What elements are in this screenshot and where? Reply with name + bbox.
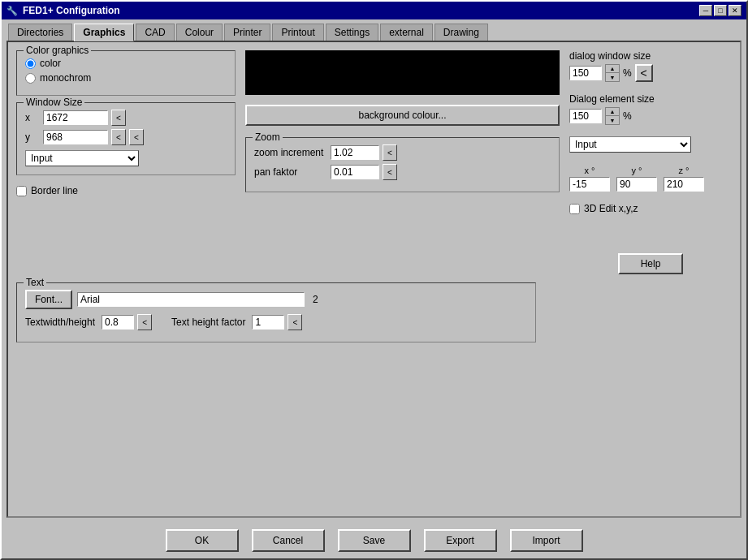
export-button[interactable]: Export — [424, 529, 497, 552]
dialog-element-size-up[interactable]: ▲ — [606, 108, 619, 116]
dialog-window-size-input[interactable] — [569, 66, 602, 80]
textheight-label: Text height factor — [171, 317, 245, 328]
dialog-window-size-up[interactable]: ▲ — [606, 65, 619, 73]
background-colour-button[interactable]: background colour... — [245, 105, 560, 126]
app-icon: 🔧 — [6, 6, 18, 16]
z-degree-field: z ° — [664, 166, 704, 192]
font-row: Font... 2 — [25, 290, 527, 309]
tab-printer[interactable]: Printer — [224, 24, 270, 41]
dialog-element-size-label: Dialog element size — [569, 93, 732, 105]
monochrom-radio-row: monochrom — [25, 72, 227, 84]
z-degree-input[interactable] — [664, 177, 704, 192]
x-field-row: x < — [25, 110, 227, 126]
main-window: 🔧 FED1+ Configuration ─ □ ✕ Directories … — [0, 0, 748, 560]
tab-colour[interactable]: Colour — [176, 24, 223, 41]
textwidth-label: Textwidth/height — [25, 317, 95, 328]
input-dropdown-section: Input — [569, 136, 732, 153]
3d-edit-checkbox[interactable] — [569, 204, 580, 214]
dialog-element-size-section: Dialog element size ▲ ▼ % — [569, 93, 732, 125]
tab-bar: Directories Graphics CAD Colour Printer … — [2, 19, 746, 41]
tab-settings[interactable]: Settings — [326, 24, 378, 41]
textwidth-row: Textwidth/height < Text height factor < — [25, 314, 527, 330]
tab-printout[interactable]: Printout — [272, 24, 323, 41]
window-size-group: Window Size x < y < < Input — [16, 102, 236, 175]
x-btn[interactable]: < — [111, 110, 126, 126]
tab-drawing[interactable]: Drawing — [435, 24, 488, 41]
xyz-row: x ° y ° z ° — [569, 166, 732, 192]
textheight-btn[interactable]: < — [288, 314, 302, 330]
right-column: dialog window size ▲ ▼ % < Dialog elemen… — [569, 50, 732, 274]
color-preview — [245, 50, 560, 95]
ok-button[interactable]: OK — [166, 529, 239, 552]
content-area: Color graphics color monochrom Window Si… — [6, 41, 742, 518]
zoom-btn[interactable]: < — [383, 144, 397, 161]
monochrom-radio[interactable] — [25, 73, 36, 84]
zoom-increment-label: zoom increment — [254, 147, 327, 158]
y-label: y — [25, 131, 40, 143]
color-radio-label: color — [40, 58, 61, 69]
color-radio[interactable] — [25, 58, 36, 69]
z-degree-label: z ° — [679, 166, 690, 175]
3d-edit-row: 3D Edit x,y,z — [569, 203, 732, 214]
dialog-window-size-spinner: ▲ ▼ — [605, 64, 620, 82]
pan-btn[interactable]: < — [383, 164, 397, 180]
font-button[interactable]: Font... — [25, 290, 72, 309]
font-num: 2 — [313, 294, 318, 305]
dialog-element-size-down[interactable]: ▼ — [606, 116, 619, 124]
zoom-increment-row: zoom increment < — [254, 144, 551, 161]
window-right-btn[interactable]: < — [129, 129, 144, 145]
title-bar-buttons: ─ □ ✕ — [699, 5, 742, 16]
color-graphics-group: Color graphics color monochrom — [16, 50, 236, 96]
maximize-button[interactable]: □ — [714, 5, 727, 16]
pan-faktor-label: pan faktor — [254, 166, 327, 178]
dialog-window-size-down[interactable]: ▼ — [606, 73, 619, 81]
save-button[interactable]: Save — [338, 529, 411, 552]
dialog-window-size-right-btn[interactable]: < — [635, 64, 653, 82]
dialog-window-size-control: ▲ ▼ % < — [569, 64, 732, 82]
window-dropdown-row: Input — [25, 150, 227, 166]
zoom-increment-input[interactable] — [331, 145, 379, 160]
pan-input[interactable] — [331, 165, 379, 179]
x-degree-input[interactable] — [569, 177, 610, 192]
dialog-element-size-percent: % — [623, 110, 632, 122]
dialog-window-size-percent: % — [623, 67, 632, 79]
input-dropdown[interactable]: Input — [569, 136, 691, 153]
x-input[interactable] — [43, 110, 108, 125]
text-group-label: Text — [24, 277, 46, 288]
tab-graphics[interactable]: Graphics — [74, 24, 134, 41]
text-group: Text Font... 2 Textwidth/height < Text h… — [16, 282, 536, 342]
import-button[interactable]: Import — [510, 529, 583, 552]
window-size-label: Window Size — [24, 97, 84, 108]
tab-cad[interactable]: CAD — [136, 24, 174, 41]
y-degree-input[interactable] — [616, 177, 657, 192]
bottom-bar: OK Cancel Save Export Import — [2, 523, 746, 558]
close-button[interactable]: ✕ — [729, 5, 742, 16]
window-size-dropdown[interactable]: Input — [25, 150, 139, 166]
color-graphics-label: Color graphics — [24, 45, 91, 56]
font-name-input[interactable] — [77, 292, 305, 307]
textwidth-input[interactable] — [102, 315, 134, 330]
y-field-row: y < < — [25, 129, 227, 145]
help-button[interactable]: Help — [618, 253, 683, 274]
border-line-label: Border line — [31, 185, 78, 196]
dialog-window-size-section: dialog window size ▲ ▼ % < — [569, 50, 732, 82]
window-title: FED1+ Configuration — [23, 5, 120, 16]
color-radio-row: color — [25, 58, 227, 69]
y-btn[interactable]: < — [111, 129, 126, 145]
tab-directories[interactable]: Directories — [8, 24, 72, 41]
cancel-button[interactable]: Cancel — [252, 529, 325, 552]
minimize-button[interactable]: ─ — [699, 5, 712, 16]
zoom-label: Zoom — [253, 131, 283, 143]
x-label: x — [25, 112, 40, 123]
dialog-element-size-control: ▲ ▼ % — [569, 107, 732, 125]
y-degree-field: y ° — [616, 166, 657, 192]
border-line-checkbox[interactable] — [16, 186, 27, 196]
textheight-input[interactable] — [252, 315, 284, 330]
tab-external[interactable]: external — [380, 24, 433, 41]
y-degree-label: y ° — [632, 166, 642, 175]
y-input[interactable] — [43, 130, 108, 144]
monochrom-radio-label: monochrom — [40, 72, 91, 84]
dialog-element-size-input[interactable] — [569, 109, 602, 123]
help-section: Help — [569, 253, 732, 274]
textwidth-btn[interactable]: < — [137, 314, 152, 330]
